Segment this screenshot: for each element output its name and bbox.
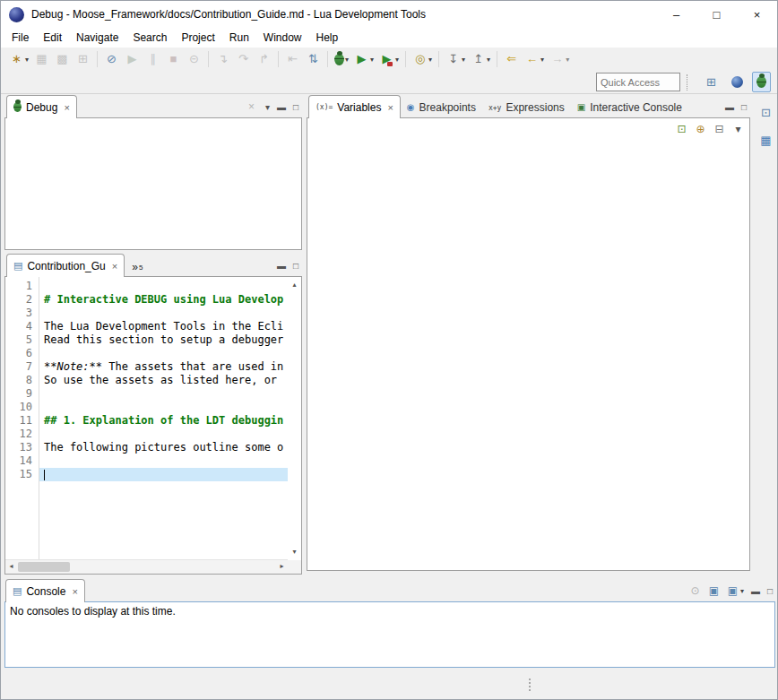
save-button[interactable]: ▦ (32, 49, 51, 69)
resume-button[interactable]: ▶ (123, 49, 142, 69)
scroll-down-icon[interactable]: ▾ (289, 546, 300, 558)
disconnect-button[interactable]: ⊝ (185, 49, 203, 69)
print-button[interactable]: ⊞ (73, 49, 92, 69)
pin-console-button[interactable]: ⊙ (688, 583, 702, 599)
step-over-icon: ↷ (236, 51, 251, 67)
menu-edit[interactable]: Edit (36, 29, 69, 47)
window-minimize-button[interactable]: – (656, 1, 696, 28)
restore-minimized-view-button[interactable]: ⊡ (756, 103, 775, 123)
dropdown-caret-icon[interactable]: ▾ (462, 56, 465, 64)
quick-access-placeholder: Quick Access (601, 77, 660, 88)
display-selected-console-button[interactable]: ▣ (707, 583, 721, 599)
expressions-icon: x+y (488, 104, 501, 112)
dropdown-caret-icon[interactable]: ▾ (395, 56, 399, 64)
view-menu-icon: ▾ (731, 121, 745, 137)
close-tab-icon[interactable]: × (112, 261, 117, 272)
suspend-button[interactable]: ∥ (143, 49, 162, 69)
next-annotation-button[interactable]: ↧▾ (444, 49, 467, 69)
editor-horizontal-scrollbar[interactable]: ◂ ▸ (5, 559, 288, 574)
editor-code[interactable]: # Interactive DEBUG using Lua DevelopThe… (39, 277, 288, 560)
maximize-view-icon[interactable]: □ (741, 102, 747, 112)
external-tools-button[interactable]: ▶▾ (377, 49, 401, 69)
dropdown-caret-icon[interactable]: ▾ (566, 56, 569, 64)
debug-view: Debug × × ▾ ▬ □ (4, 96, 302, 250)
search-button[interactable]: ◎▾ (411, 49, 434, 69)
maximize-view-icon[interactable]: □ (767, 586, 773, 596)
view-menu-icon[interactable]: ▾ (265, 102, 270, 112)
scrollbar-corner (288, 560, 301, 574)
new-button[interactable]: ∗▾ (7, 49, 30, 69)
dropdown-caret-icon[interactable]: ▾ (740, 587, 744, 595)
editor-gutter[interactable]: 123456789101112131415 (5, 277, 39, 560)
menu-window[interactable]: Window (256, 29, 309, 47)
debug-button[interactable]: ▾ (333, 49, 350, 69)
scrollbar-thumb[interactable] (18, 562, 70, 572)
forward-button[interactable]: →▾ (548, 49, 571, 69)
drop-to-frame-button[interactable]: ⇤ (283, 49, 302, 69)
minimize-view-icon[interactable]: ▬ (725, 102, 734, 112)
tab-contribution-guide[interactable]: ▤ Contribution_Gu × (6, 254, 125, 277)
tab-variables[interactable]: (x)=Variables× (308, 95, 401, 118)
tab-breakpoints[interactable]: ◉Breakpoints (401, 97, 482, 118)
minimize-view-icon[interactable]: ▬ (277, 102, 286, 112)
pin-console-icon: ⊙ (688, 583, 702, 599)
close-tab-icon[interactable]: × (387, 102, 393, 113)
maximize-view-icon[interactable]: □ (293, 102, 298, 112)
minimized-view-button[interactable]: ▦ (756, 131, 775, 151)
window-close-button[interactable]: × (737, 1, 777, 28)
minimize-view-icon[interactable]: ▬ (751, 586, 760, 596)
menu-run[interactable]: Run (222, 29, 256, 47)
show-logical-structures-button[interactable]: ⊡ (675, 121, 688, 137)
tab-debug[interactable]: Debug × (6, 95, 77, 118)
close-tab-icon[interactable]: × (64, 102, 69, 113)
dropdown-caret-icon[interactable]: ▾ (428, 56, 432, 64)
right-tabbar-tabs: (x)=Variables×◉Breakpointsx+yExpressions… (308, 96, 688, 118)
view-menu-button[interactable]: ▾ (731, 121, 745, 137)
menu-help[interactable]: Help (309, 29, 346, 47)
terminate-button[interactable]: ■ (164, 49, 183, 69)
menu-search[interactable]: Search (125, 29, 174, 47)
skip-all-breakpoints-button[interactable]: ⊘ (102, 49, 121, 69)
lua-development-tools-window: Debug - Moose_Framework/docs/Contributio… (0, 0, 778, 700)
step-over-button[interactable]: ↷ (234, 49, 253, 69)
use-step-filters-button[interactable]: ⇅ (304, 49, 323, 69)
back-button[interactable]: ←▾ (523, 49, 546, 69)
suspend-icon: ∥ (145, 51, 160, 67)
editor-tab-overflow-button[interactable]: »5 (125, 261, 147, 277)
dropdown-caret-icon[interactable]: ▾ (345, 56, 349, 64)
tab-console[interactable]: ▤ Console × (5, 579, 85, 602)
scroll-right-icon[interactable]: ▸ (276, 560, 288, 574)
window-maximize-button[interactable]: □ (696, 1, 737, 28)
tab-expressions[interactable]: x+yExpressions (482, 97, 571, 118)
lua-perspective-button[interactable] (728, 73, 747, 91)
save-all-button[interactable]: ▩ (53, 49, 72, 69)
dropdown-caret-icon[interactable]: ▾ (487, 56, 490, 64)
open-console-button[interactable]: ▣▾ (726, 583, 744, 599)
scroll-up-icon[interactable]: ▴ (289, 279, 300, 291)
console-tabbar: ▤ Console × ⊙▣▣▾ ▬ □ (4, 580, 776, 602)
debug-perspective-button[interactable] (752, 72, 771, 92)
collapse-all-button[interactable]: ⊟ (713, 121, 726, 137)
run-button[interactable]: ▶▾ (352, 49, 376, 69)
tab-interactive-console[interactable]: ▣Interactive Console (571, 97, 688, 118)
open-perspective-button[interactable]: ⊞ (700, 73, 722, 91)
step-into-button[interactable]: ↴ (213, 49, 232, 69)
drag-handle[interactable] (529, 677, 531, 693)
dropdown-caret-icon[interactable]: ▾ (370, 56, 374, 64)
previous-annotation-button[interactable]: ↥▾ (469, 49, 492, 69)
menu-file[interactable]: File (4, 29, 36, 47)
last-edit-location-button[interactable]: ⇐ (502, 49, 521, 69)
minimize-view-icon[interactable]: ▬ (277, 261, 286, 271)
step-return-button[interactable]: ↱ (255, 49, 273, 69)
scroll-left-icon[interactable]: ◂ (5, 560, 17, 574)
editor-vertical-scrollbar[interactable]: ▴ ▾ (288, 277, 301, 560)
menu-navigate[interactable]: Navigate (69, 29, 125, 47)
maximize-view-icon[interactable]: □ (293, 261, 298, 271)
dropdown-caret-icon[interactable]: ▾ (25, 56, 29, 64)
dropdown-caret-icon[interactable]: ▾ (540, 56, 544, 64)
menu-project[interactable]: Project (174, 29, 221, 47)
close-tab-icon[interactable]: × (72, 586, 77, 597)
expand-selected-button[interactable]: ⊕ (694, 121, 707, 137)
quick-access-input[interactable]: Quick Access (596, 73, 680, 91)
remove-all-terminated-button[interactable]: × (245, 99, 258, 115)
